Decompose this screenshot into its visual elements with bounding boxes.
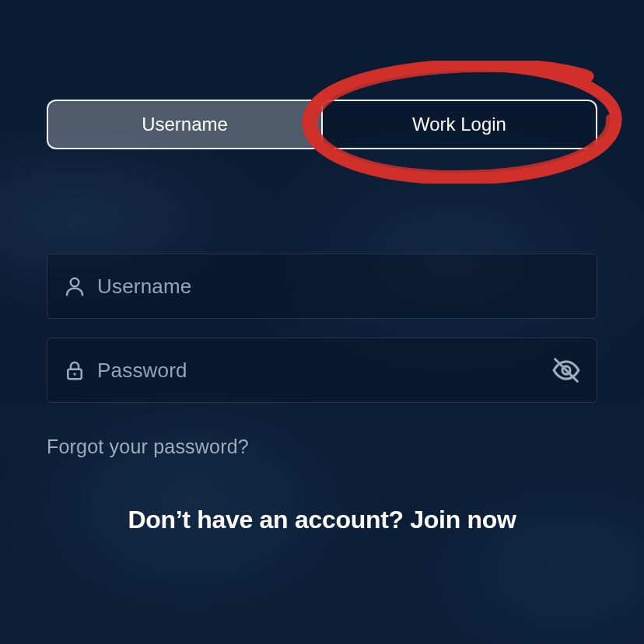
username-field[interactable] xyxy=(47,254,597,319)
tab-username-label: Username xyxy=(142,114,228,135)
login-form-container: Username Work Login xyxy=(0,0,644,458)
tab-work-login[interactable]: Work Login xyxy=(321,100,597,149)
join-now-link[interactable]: Don’t have an account? Join now xyxy=(128,506,516,534)
svg-point-0 xyxy=(71,278,79,287)
password-input[interactable] xyxy=(97,359,551,383)
username-input[interactable] xyxy=(97,275,581,299)
join-now-section: Don’t have an account? Join now xyxy=(0,506,644,534)
user-icon xyxy=(63,275,86,298)
login-method-tabs: Username Work Login xyxy=(47,100,597,149)
lock-icon xyxy=(63,359,86,382)
join-now-label: Don’t have an account? Join now xyxy=(128,506,516,534)
svg-point-2 xyxy=(73,373,75,375)
password-field[interactable] xyxy=(47,338,597,403)
forgot-password-label: Forgot your password? xyxy=(47,436,249,457)
eye-off-icon[interactable] xyxy=(551,355,581,385)
forgot-password-link[interactable]: Forgot your password? xyxy=(47,436,249,458)
login-form: Forgot your password? xyxy=(47,254,597,458)
tab-username[interactable]: Username xyxy=(47,100,323,149)
tab-work-login-label: Work Login xyxy=(412,114,506,135)
